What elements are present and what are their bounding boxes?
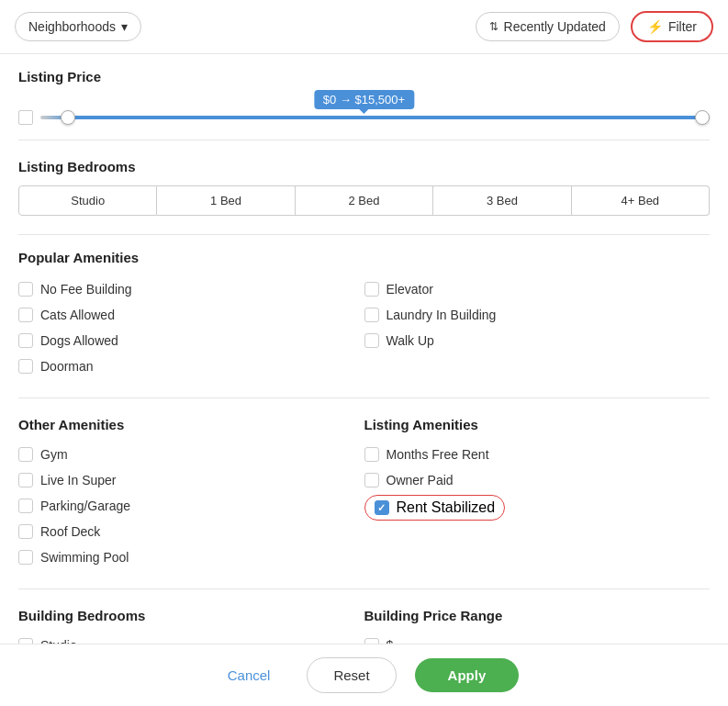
amenity-gym[interactable]: Gym [18, 442, 364, 467]
footer: Cancel Reset Apply [0, 644, 728, 706]
bed-btn-4plus[interactable]: 4+ Bed [572, 185, 710, 216]
checkbox-elevator[interactable] [364, 282, 379, 297]
price-slider-track[interactable] [40, 116, 710, 119]
slider-include-checkbox[interactable] [18, 110, 33, 125]
label-live-in-super: Live In Super [40, 473, 117, 487]
checkbox-laundry[interactable] [364, 308, 379, 322]
neighborhoods-button[interactable]: Neighborhoods ▾ [15, 12, 141, 41]
popular-amenities-right: Elevator Laundry In Building Walk Up [364, 276, 711, 379]
bed-buttons-group: Studio 1 Bed 2 Bed 3 Bed 4+ Bed [18, 185, 710, 216]
checkbox-dogs-allowed[interactable] [18, 333, 33, 348]
amenity-parking[interactable]: Parking/Garage [18, 493, 364, 519]
label-cats-allowed: Cats Allowed [40, 308, 115, 322]
label-no-fee-building: No Fee Building [40, 282, 132, 297]
filter-icon: ⚡ [647, 19, 663, 34]
checkbox-parking[interactable] [18, 499, 33, 513]
sort-icon: ⇅ [489, 20, 498, 33]
other-listing-amenities-section: Other Amenities Gym Live In Super Parkin… [18, 398, 710, 570]
other-amenities-col: Other Amenities Gym Live In Super Parkin… [18, 417, 364, 570]
recently-updated-label: Recently Updated [504, 19, 606, 34]
label-gym: Gym [40, 447, 68, 462]
filter-label: Filter [668, 19, 697, 34]
checkbox-months-free-rent[interactable] [364, 447, 379, 462]
apply-button[interactable]: Apply [415, 658, 520, 692]
neighborhoods-label: Neighborhoods [28, 19, 116, 34]
content: Listing Price $0 → $15,500+ Listing Bedr… [0, 54, 728, 706]
price-label: $0 → $15,500+ [314, 90, 414, 109]
listing-amenities-title: Listing Amenities [364, 417, 711, 432]
checkbox-live-in-super[interactable] [18, 473, 33, 487]
bed-btn-3[interactable]: 3 Bed [433, 185, 571, 216]
amenity-no-fee-building[interactable]: No Fee Building [18, 276, 364, 302]
amenity-cats-allowed[interactable]: Cats Allowed [18, 302, 364, 328]
label-doorman: Doorman [40, 359, 94, 374]
label-parking: Parking/Garage [40, 499, 130, 513]
label-walkup: Walk Up [386, 333, 434, 348]
slider-thumb-left[interactable] [61, 110, 75, 125]
amenity-walkup[interactable]: Walk Up [364, 328, 711, 353]
amenity-roof-deck[interactable]: Roof Deck [18, 519, 364, 544]
divider-2 [18, 234, 710, 235]
bed-btn-2[interactable]: 2 Bed [296, 185, 433, 216]
amenity-laundry[interactable]: Laundry In Building [364, 302, 711, 328]
label-laundry: Laundry In Building [386, 308, 497, 322]
listing-price-title: Listing Price [18, 69, 710, 84]
checkbox-swimming-pool[interactable] [18, 550, 33, 565]
label-months-free-rent: Months Free Rent [386, 447, 489, 462]
checkbox-roof-deck[interactable] [18, 524, 33, 539]
amenity-dogs-allowed[interactable]: Dogs Allowed [18, 328, 364, 353]
popular-amenities-left: No Fee Building Cats Allowed Dogs Allowe… [18, 276, 364, 379]
popular-amenities-section: Popular Amenities No Fee Building Cats A… [18, 250, 710, 379]
checkbox-cats-allowed[interactable] [18, 308, 33, 322]
amenity-doorman[interactable]: Doorman [18, 353, 364, 379]
header: Neighborhoods ▾ ⇅ Recently Updated ⚡ Fil… [0, 0, 728, 54]
listing-bedrooms-title: Listing Bedrooms [18, 159, 710, 174]
listing-amenities-col: Listing Amenities Months Free Rent Owner… [364, 417, 711, 570]
amenity-rent-stabilized-highlighted[interactable]: Rent Stabilized [364, 495, 506, 521]
checkbox-walkup[interactable] [364, 333, 379, 348]
reset-button[interactable]: Reset [307, 657, 396, 693]
listing-price-section: Listing Price $0 → $15,500+ [18, 69, 710, 125]
popular-amenities-grid: No Fee Building Cats Allowed Dogs Allowe… [18, 276, 710, 379]
checkbox-rent-stabilized[interactable] [375, 500, 389, 515]
amenity-swimming-pool[interactable]: Swimming Pool [18, 544, 364, 570]
label-rent-stabilized: Rent Stabilized [397, 499, 496, 516]
amenity-elevator[interactable]: Elevator [364, 276, 711, 302]
popular-amenities-title: Popular Amenities [18, 250, 710, 265]
label-owner-paid: Owner Paid [386, 473, 454, 487]
recently-updated-button[interactable]: ⇅ Recently Updated [476, 12, 620, 41]
checkbox-doorman[interactable] [18, 359, 33, 374]
amenity-live-in-super[interactable]: Live In Super [18, 467, 364, 493]
label-dogs-allowed: Dogs Allowed [40, 333, 118, 348]
slider-thumb-right[interactable] [695, 110, 710, 125]
checkbox-gym[interactable] [18, 447, 33, 462]
listing-bedrooms-section: Listing Bedrooms Studio 1 Bed 2 Bed 3 Be… [18, 159, 710, 216]
building-bedrooms-title: Building Bedrooms [18, 608, 364, 623]
other-amenities-title: Other Amenities [18, 417, 364, 432]
label-roof-deck: Roof Deck [40, 524, 100, 539]
checkbox-owner-paid[interactable] [364, 473, 379, 487]
cancel-button[interactable]: Cancel [209, 658, 289, 692]
checkbox-no-fee-building[interactable] [18, 282, 33, 297]
chevron-down-icon: ▾ [121, 19, 128, 34]
bed-btn-studio[interactable]: Studio [18, 185, 157, 216]
building-price-range-title: Building Price Range [364, 608, 711, 623]
bed-btn-1[interactable]: 1 Bed [157, 185, 295, 216]
label-swimming-pool: Swimming Pool [40, 550, 129, 565]
amenity-owner-paid[interactable]: Owner Paid [364, 467, 711, 493]
label-elevator: Elevator [386, 282, 433, 297]
divider-1 [18, 140, 710, 140]
amenity-months-free-rent[interactable]: Months Free Rent [364, 442, 711, 467]
filter-button[interactable]: ⚡ Filter [631, 11, 713, 42]
